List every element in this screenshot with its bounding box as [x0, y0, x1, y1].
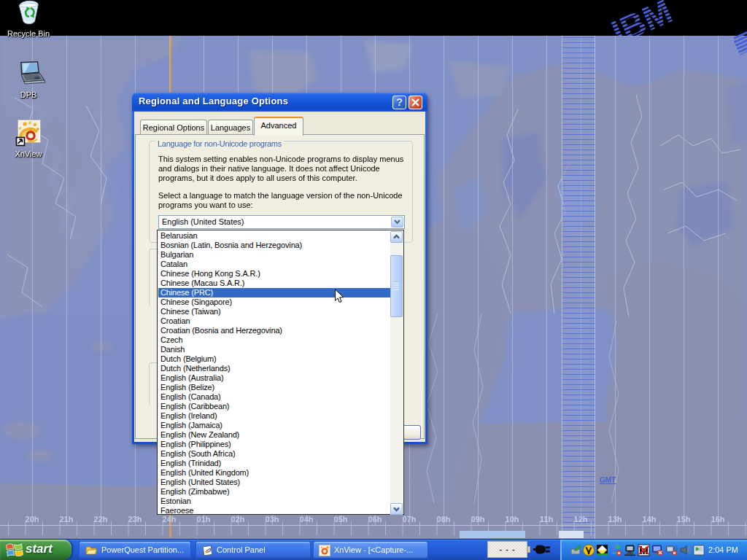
svg-text:13h: 13h [608, 515, 622, 524]
svg-text:04h: 04h [300, 515, 314, 524]
svg-text:08h: 08h [437, 515, 451, 524]
svg-text:23h: 23h [128, 515, 142, 524]
svg-text:07h: 07h [403, 515, 417, 524]
svg-text:09h: 09h [471, 515, 485, 524]
svg-text:05h: 05h [334, 515, 348, 524]
svg-text:GMT: GMT [600, 476, 616, 484]
svg-text:15h: 15h [677, 515, 691, 524]
svg-text:11h: 11h [540, 515, 554, 524]
svg-text:IBM: IBM [606, 0, 678, 36]
svg-text:22h: 22h [94, 515, 108, 524]
svg-text:16h: 16h [711, 515, 725, 524]
svg-text:12h: 12h [574, 515, 588, 524]
svg-text:02h: 02h [231, 515, 245, 524]
svg-text:14h: 14h [643, 515, 657, 524]
svg-text:01h: 01h [197, 515, 211, 524]
svg-text:21h: 21h [60, 515, 74, 524]
svg-text:06h: 06h [368, 515, 382, 524]
svg-text:20h: 20h [26, 515, 39, 524]
svg-text:10h: 10h [506, 515, 519, 524]
svg-text:24h: 24h [163, 515, 177, 524]
svg-text:03h: 03h [266, 515, 279, 524]
